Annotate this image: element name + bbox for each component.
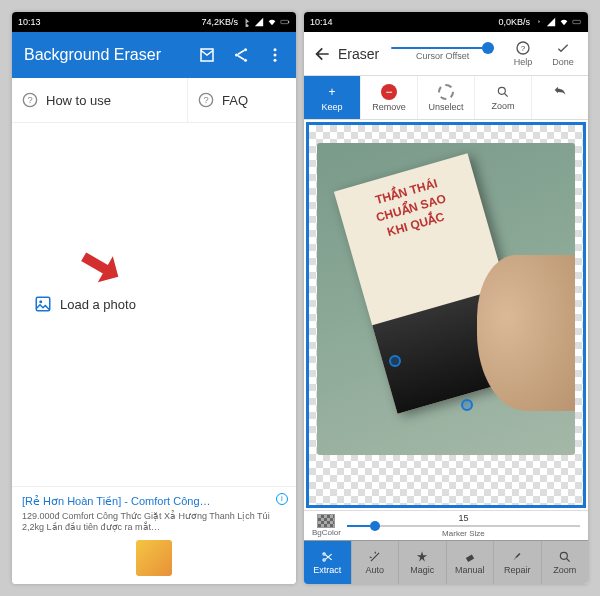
marker-label: Marker Size	[442, 529, 485, 538]
cursor-offset-label: Cursor Offset	[416, 51, 469, 61]
ad-banner[interactable]: i [Rẻ Hơn Hoàn Tiền] - Comfort Công… 129…	[12, 486, 296, 584]
extract-tab[interactable]: Extract	[304, 541, 352, 584]
zoom-icon	[496, 85, 510, 99]
ad-description: 129.000đ Comfort Công Thức Giặt Xả Hương…	[22, 511, 286, 534]
svg-point-19	[323, 559, 325, 561]
remove-tool[interactable]: −Remove	[361, 76, 418, 119]
svg-rect-14	[573, 20, 581, 23]
selection-handle[interactable]	[461, 399, 473, 411]
wifi-icon	[559, 17, 569, 27]
wand-icon	[368, 550, 382, 564]
bgcolor-button[interactable]: BgColor	[312, 514, 341, 537]
back-icon[interactable]	[312, 44, 332, 64]
cursor-offset-slider[interactable]: Cursor Offset	[385, 47, 500, 61]
svg-point-3	[235, 54, 238, 57]
marker-value: 15	[458, 513, 468, 523]
svg-rect-0	[281, 20, 289, 23]
svg-point-2	[244, 48, 247, 51]
scissors-icon	[320, 550, 334, 564]
help-row: ? How to use ? FAQ	[12, 78, 296, 123]
faq-button[interactable]: ? FAQ	[188, 78, 296, 122]
battery-icon	[280, 17, 290, 27]
signal-icon	[546, 17, 556, 27]
brush-icon	[510, 550, 524, 564]
status-bar: 10:13 74,2KB/s	[12, 12, 296, 32]
svg-rect-20	[466, 554, 474, 562]
zoom-tab[interactable]: Zoom	[542, 541, 589, 584]
app-title: Background Eraser	[24, 46, 161, 64]
svg-point-13	[39, 301, 42, 304]
svg-point-7	[274, 59, 277, 62]
wifi-icon	[267, 17, 277, 27]
check-icon	[555, 40, 571, 56]
svg-text:?: ?	[27, 95, 32, 105]
svg-point-17	[498, 87, 505, 94]
svg-text:?: ?	[521, 44, 526, 53]
question-icon: ?	[198, 92, 214, 108]
zoom-icon	[558, 550, 572, 564]
bottom-bar: Extract Auto Magic Manual Repair Zoom	[304, 540, 588, 584]
status-net: 0,0KB/s	[498, 17, 530, 27]
status-net: 74,2KB/s	[201, 17, 238, 27]
auto-tab[interactable]: Auto	[352, 541, 400, 584]
svg-text:?: ?	[203, 95, 208, 105]
star-icon	[415, 550, 429, 564]
photo-icon	[34, 295, 52, 313]
undo-button[interactable]	[532, 76, 588, 119]
question-icon: ?	[22, 92, 38, 108]
svg-point-18	[323, 553, 325, 555]
svg-point-21	[560, 552, 567, 559]
eraser-icon	[463, 550, 477, 564]
keep-tool[interactable]: +Keep	[304, 76, 361, 119]
app-bar: Background Eraser	[12, 32, 296, 78]
magic-tab[interactable]: Magic	[399, 541, 447, 584]
ad-image	[136, 540, 172, 576]
status-time: 10:14	[310, 17, 333, 27]
load-area: Load a photo	[12, 123, 296, 486]
unselect-tool[interactable]: Unselect	[418, 76, 475, 119]
zoom-tool[interactable]: Zoom	[475, 76, 532, 119]
battery-icon	[572, 17, 582, 27]
tutorial-arrow	[60, 222, 144, 307]
phone-right: 10:14 0,0KB/s Eraser Cursor Offset ? Hel…	[304, 12, 588, 584]
more-icon[interactable]	[266, 46, 284, 64]
editor-canvas[interactable]: THẦN THÁI CHUẨN SAO KHI QUẮC	[306, 122, 586, 508]
loaded-photo: THẦN THÁI CHUẨN SAO KHI QUẮC	[317, 143, 575, 455]
status-time: 10:13	[18, 17, 41, 27]
svg-point-4	[244, 59, 247, 62]
done-button[interactable]: Done	[546, 40, 580, 67]
marker-row: BgColor 15 Marker Size	[304, 510, 588, 540]
mail-icon[interactable]	[198, 46, 216, 64]
marker-size-slider[interactable]: 15 Marker Size	[347, 513, 580, 538]
signal-icon	[254, 17, 264, 27]
bluetooth-icon	[533, 17, 543, 27]
hand-object	[477, 255, 575, 411]
howto-label: How to use	[46, 93, 111, 108]
screen-title: Eraser	[338, 46, 379, 62]
howto-button[interactable]: ? How to use	[12, 78, 188, 122]
manual-tab[interactable]: Manual	[447, 541, 495, 584]
undo-icon	[552, 84, 568, 100]
faq-label: FAQ	[222, 93, 248, 108]
top-bar: Eraser Cursor Offset ? Help Done	[304, 32, 588, 76]
help-button[interactable]: ? Help	[506, 40, 540, 67]
bluetooth-icon	[241, 17, 251, 27]
phone-left: 10:13 74,2KB/s Background Eraser ? How t…	[12, 12, 296, 584]
ad-title: [Rẻ Hơn Hoàn Tiền] - Comfort Công…	[22, 495, 286, 508]
ad-info-icon[interactable]: i	[276, 493, 288, 505]
svg-rect-1	[288, 21, 289, 23]
svg-point-6	[274, 54, 277, 57]
svg-point-5	[274, 48, 277, 51]
share-icon[interactable]	[232, 46, 250, 64]
tool-bar: +Keep −Remove Unselect Zoom	[304, 76, 588, 120]
help-icon: ?	[515, 40, 531, 56]
repair-tab[interactable]: Repair	[494, 541, 542, 584]
status-bar: 10:14 0,0KB/s	[304, 12, 588, 32]
